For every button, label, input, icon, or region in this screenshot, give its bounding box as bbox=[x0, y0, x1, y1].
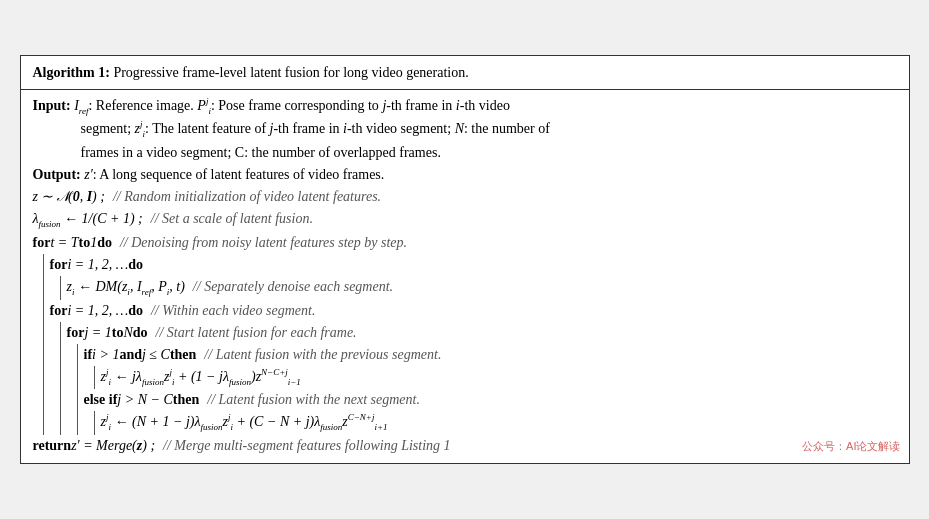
comment-zi-denoise: // Separately denoise each segment. bbox=[193, 276, 393, 298]
comment-lambda: // Set a scale of latent fusion. bbox=[151, 208, 313, 230]
input-line3: frames in a video segment; C: the number… bbox=[81, 142, 897, 164]
vbar-i2 bbox=[60, 322, 61, 435]
line-if: if i > 1 and j ≤ C then // Latent fusion… bbox=[84, 344, 897, 366]
watermark: 公众号：AI论文解读 bbox=[802, 438, 900, 455]
line-z-init: z ∼ 𝒩(0, I) ; // Random initialization o… bbox=[33, 186, 897, 208]
algorithm-title: Algorithm 1: Progressive frame-level lat… bbox=[33, 65, 469, 80]
vbar-t bbox=[43, 254, 44, 435]
line-for-i2: for i = 1, 2, … do // Within each video … bbox=[50, 300, 897, 322]
if-block: zji ← jλfusionzji + (1 − jλfusion)zN−C+j… bbox=[84, 366, 897, 390]
i1-loop-content: zi ← DM(zi, Iref, Pi, t) // Separately d… bbox=[67, 276, 897, 300]
comment-for-t: // Denoising from noisy latent features … bbox=[120, 232, 407, 254]
algorithm-body: Input: Iref: Reference image. Pji: Pose … bbox=[21, 90, 909, 463]
line-return: return z′ = Merge(z) ; // Merge multi-se… bbox=[33, 435, 897, 457]
j-loop-block: if i > 1 and j ≤ C then // Latent fusion… bbox=[67, 344, 897, 435]
comment-if: // Latent fusion with the previous segme… bbox=[204, 344, 441, 366]
line-zi-denoise: zi ← DM(zi, Iref, Pi, t) // Separately d… bbox=[67, 276, 897, 300]
elseif-content: zji ← (N + 1 − j)λfusionzji + (C − N + j… bbox=[101, 411, 897, 435]
elseif-block: zji ← (N + 1 − j)λfusionzji + (C − N + j… bbox=[84, 411, 897, 435]
input-iref: Iref bbox=[74, 98, 88, 113]
algorithm-box: Algorithm 1: Progressive frame-level lat… bbox=[20, 55, 910, 464]
line-elseif: else if j > N − C then // Latent fusion … bbox=[84, 389, 897, 411]
vbar-i1 bbox=[60, 276, 61, 300]
output-line: Output: z′: A long sequence of latent fe… bbox=[33, 164, 897, 186]
output-label: Output: bbox=[33, 164, 81, 186]
i2-loop-block: for j = 1 to N do // Start latent fusion… bbox=[50, 322, 897, 435]
input-label: Input: bbox=[33, 98, 71, 113]
input-line1: Input: Iref: Reference image. Pji: Pose … bbox=[33, 95, 897, 119]
line-fusion2: zji ← (N + 1 − j)λfusionzji + (C − N + j… bbox=[101, 411, 897, 435]
t-loop-block: for i = 1, 2, … do zi ← DM(zi, Iref, Pi,… bbox=[33, 254, 897, 435]
comment-for-j: // Start latent fusion for each frame. bbox=[156, 322, 357, 344]
line-for-i1: for i = 1, 2, … do bbox=[50, 254, 897, 276]
i2-loop-content: for j = 1 to N do // Start latent fusion… bbox=[67, 322, 897, 435]
algorithm-header: Algorithm 1: Progressive frame-level lat… bbox=[21, 56, 909, 90]
line-fusion1: zji ← jλfusionzji + (1 − jλfusion)zN−C+j… bbox=[101, 366, 897, 390]
input-line2: segment; zji: The latent feature of j-th… bbox=[81, 118, 897, 142]
comment-z-init: // Random initialization of video latent… bbox=[113, 186, 381, 208]
line-for-j: for j = 1 to N do // Start latent fusion… bbox=[67, 322, 897, 344]
comment-for-i2: // Within each video segment. bbox=[151, 300, 315, 322]
line-lambda: λfusion ← 1/(C + 1) ; // Set a scale of … bbox=[33, 208, 897, 232]
vbar-j bbox=[77, 344, 78, 435]
t-loop-content: for i = 1, 2, … do zi ← DM(zi, Iref, Pi,… bbox=[50, 254, 897, 435]
comment-return: // Merge multi-segment features followin… bbox=[163, 435, 451, 457]
comment-elseif: // Latent fusion with the next segment. bbox=[207, 389, 420, 411]
if-content: zji ← jλfusionzji + (1 − jλfusion)zN−C+j… bbox=[101, 366, 897, 390]
line-for-t: for t = T to 1 do // Denoising from nois… bbox=[33, 232, 897, 254]
i1-loop-block: zi ← DM(zi, Iref, Pi, t) // Separately d… bbox=[50, 276, 897, 300]
vbar-if bbox=[94, 366, 95, 390]
j-loop-content: if i > 1 and j ≤ C then // Latent fusion… bbox=[84, 344, 897, 435]
vbar-elseif bbox=[94, 411, 95, 435]
